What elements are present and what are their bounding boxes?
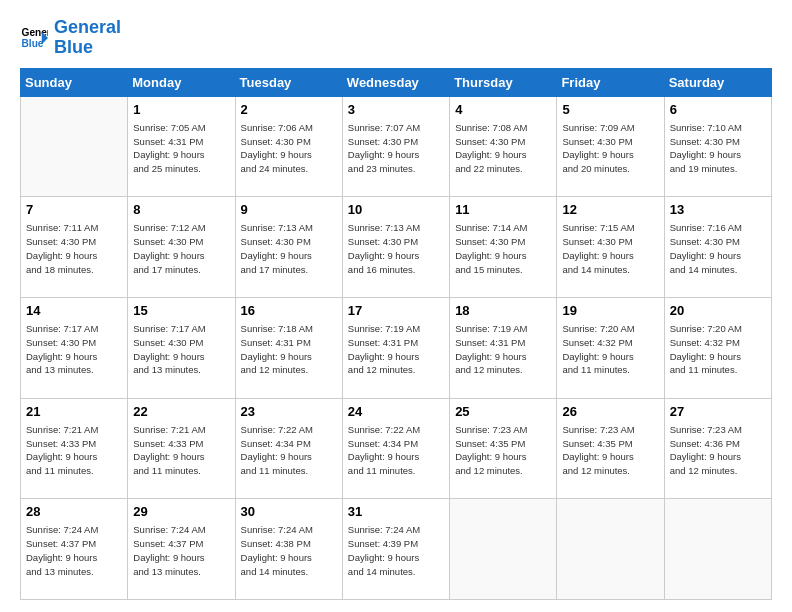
weekday-header-friday: Friday [557, 68, 664, 96]
day-info: Sunrise: 7:20 AM Sunset: 4:32 PM Dayligh… [562, 322, 658, 377]
day-info: Sunrise: 7:06 AM Sunset: 4:30 PM Dayligh… [241, 121, 337, 176]
week-row-4: 28Sunrise: 7:24 AM Sunset: 4:37 PM Dayli… [21, 499, 772, 600]
day-number: 17 [348, 302, 444, 320]
day-info: Sunrise: 7:12 AM Sunset: 4:30 PM Dayligh… [133, 221, 229, 276]
day-info: Sunrise: 7:20 AM Sunset: 4:32 PM Dayligh… [670, 322, 766, 377]
calendar-cell: 23Sunrise: 7:22 AM Sunset: 4:34 PM Dayli… [235, 398, 342, 499]
day-number: 25 [455, 403, 551, 421]
calendar-cell: 18Sunrise: 7:19 AM Sunset: 4:31 PM Dayli… [450, 297, 557, 398]
calendar-cell: 30Sunrise: 7:24 AM Sunset: 4:38 PM Dayli… [235, 499, 342, 600]
day-number: 2 [241, 101, 337, 119]
day-number: 10 [348, 201, 444, 219]
day-info: Sunrise: 7:24 AM Sunset: 4:37 PM Dayligh… [26, 523, 122, 578]
calendar-cell: 24Sunrise: 7:22 AM Sunset: 4:34 PM Dayli… [342, 398, 449, 499]
day-info: Sunrise: 7:10 AM Sunset: 4:30 PM Dayligh… [670, 121, 766, 176]
day-number: 30 [241, 503, 337, 521]
day-number: 24 [348, 403, 444, 421]
weekday-header-wednesday: Wednesday [342, 68, 449, 96]
calendar-cell: 19Sunrise: 7:20 AM Sunset: 4:32 PM Dayli… [557, 297, 664, 398]
day-info: Sunrise: 7:16 AM Sunset: 4:30 PM Dayligh… [670, 221, 766, 276]
calendar-cell: 29Sunrise: 7:24 AM Sunset: 4:37 PM Dayli… [128, 499, 235, 600]
day-number: 20 [670, 302, 766, 320]
calendar-cell: 1Sunrise: 7:05 AM Sunset: 4:31 PM Daylig… [128, 96, 235, 197]
calendar-cell: 16Sunrise: 7:18 AM Sunset: 4:31 PM Dayli… [235, 297, 342, 398]
calendar-cell: 27Sunrise: 7:23 AM Sunset: 4:36 PM Dayli… [664, 398, 771, 499]
calendar-cell: 6Sunrise: 7:10 AM Sunset: 4:30 PM Daylig… [664, 96, 771, 197]
calendar-cell: 31Sunrise: 7:24 AM Sunset: 4:39 PM Dayli… [342, 499, 449, 600]
day-number: 7 [26, 201, 122, 219]
day-number: 21 [26, 403, 122, 421]
day-info: Sunrise: 7:19 AM Sunset: 4:31 PM Dayligh… [455, 322, 551, 377]
calendar-cell: 3Sunrise: 7:07 AM Sunset: 4:30 PM Daylig… [342, 96, 449, 197]
day-info: Sunrise: 7:24 AM Sunset: 4:38 PM Dayligh… [241, 523, 337, 578]
day-info: Sunrise: 7:23 AM Sunset: 4:35 PM Dayligh… [455, 423, 551, 478]
calendar-cell: 13Sunrise: 7:16 AM Sunset: 4:30 PM Dayli… [664, 197, 771, 298]
week-row-2: 14Sunrise: 7:17 AM Sunset: 4:30 PM Dayli… [21, 297, 772, 398]
day-number: 28 [26, 503, 122, 521]
calendar-cell: 10Sunrise: 7:13 AM Sunset: 4:30 PM Dayli… [342, 197, 449, 298]
day-number: 16 [241, 302, 337, 320]
day-number: 31 [348, 503, 444, 521]
calendar-cell: 4Sunrise: 7:08 AM Sunset: 4:30 PM Daylig… [450, 96, 557, 197]
day-info: Sunrise: 7:13 AM Sunset: 4:30 PM Dayligh… [348, 221, 444, 276]
calendar-cell: 11Sunrise: 7:14 AM Sunset: 4:30 PM Dayli… [450, 197, 557, 298]
day-info: Sunrise: 7:17 AM Sunset: 4:30 PM Dayligh… [133, 322, 229, 377]
calendar-cell: 9Sunrise: 7:13 AM Sunset: 4:30 PM Daylig… [235, 197, 342, 298]
day-info: Sunrise: 7:23 AM Sunset: 4:35 PM Dayligh… [562, 423, 658, 478]
calendar-cell: 28Sunrise: 7:24 AM Sunset: 4:37 PM Dayli… [21, 499, 128, 600]
weekday-header-sunday: Sunday [21, 68, 128, 96]
logo-text: GeneralBlue [54, 18, 121, 58]
calendar-cell: 7Sunrise: 7:11 AM Sunset: 4:30 PM Daylig… [21, 197, 128, 298]
weekday-header-thursday: Thursday [450, 68, 557, 96]
calendar-cell: 22Sunrise: 7:21 AM Sunset: 4:33 PM Dayli… [128, 398, 235, 499]
weekday-header-saturday: Saturday [664, 68, 771, 96]
svg-text:Blue: Blue [22, 37, 44, 48]
day-info: Sunrise: 7:11 AM Sunset: 4:30 PM Dayligh… [26, 221, 122, 276]
day-number: 18 [455, 302, 551, 320]
day-info: Sunrise: 7:07 AM Sunset: 4:30 PM Dayligh… [348, 121, 444, 176]
day-number: 27 [670, 403, 766, 421]
calendar-cell: 12Sunrise: 7:15 AM Sunset: 4:30 PM Dayli… [557, 197, 664, 298]
day-info: Sunrise: 7:13 AM Sunset: 4:30 PM Dayligh… [241, 221, 337, 276]
day-info: Sunrise: 7:24 AM Sunset: 4:39 PM Dayligh… [348, 523, 444, 578]
logo-icon: General Blue [20, 24, 48, 52]
day-number: 6 [670, 101, 766, 119]
calendar-cell: 21Sunrise: 7:21 AM Sunset: 4:33 PM Dayli… [21, 398, 128, 499]
day-number: 3 [348, 101, 444, 119]
weekday-header-tuesday: Tuesday [235, 68, 342, 96]
logo: General Blue GeneralBlue [20, 18, 121, 58]
day-info: Sunrise: 7:23 AM Sunset: 4:36 PM Dayligh… [670, 423, 766, 478]
day-info: Sunrise: 7:15 AM Sunset: 4:30 PM Dayligh… [562, 221, 658, 276]
day-info: Sunrise: 7:22 AM Sunset: 4:34 PM Dayligh… [348, 423, 444, 478]
day-number: 12 [562, 201, 658, 219]
day-info: Sunrise: 7:17 AM Sunset: 4:30 PM Dayligh… [26, 322, 122, 377]
page: General Blue GeneralBlue SundayMondayTue… [0, 0, 792, 612]
day-number: 9 [241, 201, 337, 219]
calendar-cell: 14Sunrise: 7:17 AM Sunset: 4:30 PM Dayli… [21, 297, 128, 398]
day-info: Sunrise: 7:22 AM Sunset: 4:34 PM Dayligh… [241, 423, 337, 478]
calendar-cell [557, 499, 664, 600]
day-number: 19 [562, 302, 658, 320]
day-info: Sunrise: 7:09 AM Sunset: 4:30 PM Dayligh… [562, 121, 658, 176]
day-number: 1 [133, 101, 229, 119]
day-number: 11 [455, 201, 551, 219]
calendar-cell: 25Sunrise: 7:23 AM Sunset: 4:35 PM Dayli… [450, 398, 557, 499]
day-number: 22 [133, 403, 229, 421]
weekday-header-row: SundayMondayTuesdayWednesdayThursdayFrid… [21, 68, 772, 96]
calendar-cell: 5Sunrise: 7:09 AM Sunset: 4:30 PM Daylig… [557, 96, 664, 197]
calendar-cell: 26Sunrise: 7:23 AM Sunset: 4:35 PM Dayli… [557, 398, 664, 499]
header: General Blue GeneralBlue [20, 18, 772, 58]
day-info: Sunrise: 7:21 AM Sunset: 4:33 PM Dayligh… [26, 423, 122, 478]
weekday-header-monday: Monday [128, 68, 235, 96]
day-info: Sunrise: 7:08 AM Sunset: 4:30 PM Dayligh… [455, 121, 551, 176]
day-number: 5 [562, 101, 658, 119]
day-number: 8 [133, 201, 229, 219]
day-number: 26 [562, 403, 658, 421]
calendar-cell: 8Sunrise: 7:12 AM Sunset: 4:30 PM Daylig… [128, 197, 235, 298]
day-info: Sunrise: 7:19 AM Sunset: 4:31 PM Dayligh… [348, 322, 444, 377]
calendar-cell [664, 499, 771, 600]
calendar-table: SundayMondayTuesdayWednesdayThursdayFrid… [20, 68, 772, 600]
day-number: 13 [670, 201, 766, 219]
calendar-cell: 20Sunrise: 7:20 AM Sunset: 4:32 PM Dayli… [664, 297, 771, 398]
week-row-0: 1Sunrise: 7:05 AM Sunset: 4:31 PM Daylig… [21, 96, 772, 197]
